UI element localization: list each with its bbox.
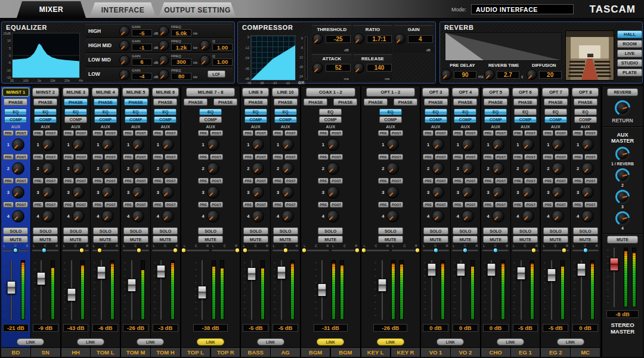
eq-freq-knob[interactable] <box>159 26 169 36</box>
post-button[interactable]: POST <box>555 178 568 184</box>
post-button[interactable]: POST <box>284 154 298 160</box>
post-button[interactable]: POST <box>524 178 537 184</box>
aux-send-knob[interactable] <box>207 138 219 151</box>
post-button[interactable]: POST <box>584 130 597 136</box>
pan-knob[interactable] <box>283 248 288 253</box>
mute-button[interactable]: MUTE <box>378 236 403 243</box>
fader-track[interactable] <box>7 260 17 320</box>
fader-handle[interactable] <box>127 279 136 292</box>
pre-button[interactable]: PRE <box>483 178 494 184</box>
post-button[interactable]: POST <box>435 178 448 184</box>
post-button[interactable]: POST <box>135 202 148 208</box>
pan-knob[interactable] <box>243 248 248 253</box>
aux-send-knob[interactable] <box>552 186 564 199</box>
phase-button[interactable]: PHASE <box>304 98 327 106</box>
aux-send-knob[interactable] <box>101 210 114 223</box>
comp-button[interactable]: COMP <box>125 116 147 123</box>
aux-send-knob[interactable] <box>281 210 294 223</box>
post-button[interactable]: POST <box>104 178 117 184</box>
pre-button[interactable]: PRE <box>513 130 524 136</box>
post-button[interactable]: POST <box>255 202 268 208</box>
pre-button[interactable]: PRE <box>453 202 463 208</box>
post-button[interactable]: POST <box>75 178 88 184</box>
aux-send-knob[interactable] <box>386 186 399 199</box>
pre-button[interactable]: PRE <box>198 178 209 184</box>
pan-slider[interactable] <box>32 249 58 251</box>
fader-track[interactable] <box>197 260 208 320</box>
post-button[interactable]: POST <box>165 130 178 136</box>
pan-slider[interactable] <box>512 249 538 251</box>
pre-button[interactable]: PRE <box>318 130 329 136</box>
pre-button[interactable]: PRE <box>63 154 74 160</box>
pan-knob[interactable] <box>414 248 420 253</box>
post-button[interactable]: POST <box>255 154 268 160</box>
pan-knob[interactable] <box>361 248 367 253</box>
channel-select-button[interactable]: M/LINE 3 <box>63 88 89 97</box>
pre-button[interactable]: PRE <box>243 178 253 184</box>
pre-button[interactable]: PRE <box>123 130 134 136</box>
pan-slider[interactable] <box>452 249 478 251</box>
eq-button[interactable]: EQ <box>425 109 447 115</box>
solo-button[interactable]: SOLO <box>318 227 343 234</box>
post-button[interactable]: POST <box>555 130 568 136</box>
link-button[interactable]: LINK <box>77 338 104 345</box>
pre-button[interactable]: PRE <box>63 130 74 136</box>
eq-button[interactable]: EQ <box>379 109 402 115</box>
aux-send-knob[interactable] <box>462 210 474 223</box>
pan-knob[interactable] <box>79 248 85 253</box>
aux-master-knob[interactable] <box>615 147 630 161</box>
pan-knob[interactable] <box>354 248 360 253</box>
fader-handle[interactable] <box>577 263 586 276</box>
solo-button[interactable]: SOLO <box>243 227 268 234</box>
mute-button[interactable]: MUTE <box>93 236 118 243</box>
comp-button[interactable]: COMP <box>514 116 537 123</box>
aux-send-knob[interactable] <box>132 138 144 151</box>
eq-button[interactable]: EQ <box>64 109 87 115</box>
solo-button[interactable]: SOLO <box>198 227 223 234</box>
channel-select-button[interactable]: M/LINE 5 <box>122 88 149 97</box>
aux-send-knob[interactable] <box>132 162 144 175</box>
fader-track[interactable] <box>126 260 137 320</box>
post-button[interactable]: POST <box>330 130 343 136</box>
pre-button[interactable]: PRE <box>198 202 209 208</box>
fader-track[interactable] <box>456 260 466 320</box>
eq-button[interactable]: EQ <box>94 109 117 115</box>
aux-send-knob[interactable] <box>492 162 504 175</box>
aux-send-knob[interactable] <box>252 186 264 199</box>
channel-select-button[interactable]: OPT 5 <box>482 88 509 97</box>
solo-button[interactable]: SOLO <box>33 227 58 234</box>
phase-button[interactable]: PHASE <box>453 98 477 106</box>
pre-button[interactable]: PRE <box>92 130 103 136</box>
pre-button[interactable]: PRE <box>543 178 553 184</box>
pre-button[interactable]: PRE <box>453 154 463 160</box>
fader-handle[interactable] <box>7 281 16 294</box>
comp-button[interactable]: COMP <box>4 116 27 123</box>
fader-handle[interactable] <box>377 279 386 292</box>
link-button[interactable]: LINK <box>436 338 464 345</box>
pre-button[interactable]: PRE <box>378 202 389 208</box>
comp-button[interactable]: COMP <box>379 116 402 123</box>
fader-handle[interactable] <box>610 258 619 271</box>
reverb-type-studio[interactable]: STUDIO <box>617 59 642 67</box>
eq-button[interactable]: EQ <box>125 109 147 115</box>
comp-button[interactable]: COMP <box>484 116 507 123</box>
pre-button[interactable]: PRE <box>198 154 209 160</box>
solo-button[interactable]: SOLO <box>63 227 88 234</box>
eq-q-knob[interactable] <box>200 40 210 51</box>
channel-select-button[interactable]: OPT 1 - 2 <box>366 88 416 97</box>
aux-send-knob[interactable] <box>462 138 474 151</box>
pre-button[interactable]: PRE <box>378 178 389 184</box>
post-button[interactable]: POST <box>255 130 268 136</box>
post-button[interactable]: POST <box>104 130 117 136</box>
post-button[interactable]: POST <box>165 154 178 160</box>
solo-button[interactable]: SOLO <box>573 227 598 234</box>
post-button[interactable]: POST <box>165 202 178 208</box>
pre-button[interactable]: PRE <box>153 154 163 160</box>
pan-slider[interactable] <box>482 249 509 251</box>
pre-button[interactable]: PRE <box>572 130 583 136</box>
post-button[interactable]: POST <box>135 154 148 160</box>
pre-button[interactable]: PRE <box>153 178 163 184</box>
pre-button[interactable]: PRE <box>423 130 434 136</box>
pan-slider[interactable] <box>152 249 178 251</box>
link-button[interactable]: LINK <box>197 338 224 345</box>
